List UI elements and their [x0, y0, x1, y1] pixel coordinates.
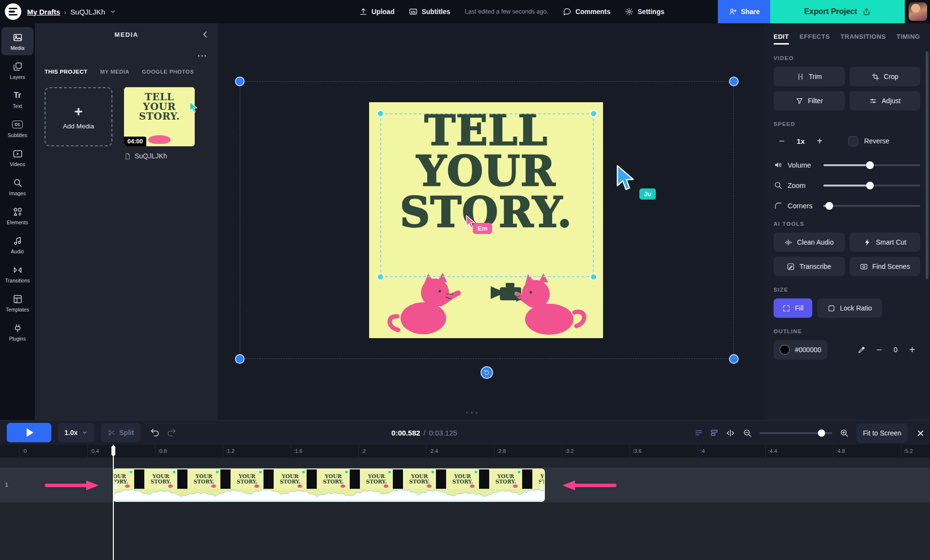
slider-knob[interactable]: [825, 202, 833, 210]
media-tab-this-project[interactable]: THIS PROJECT: [45, 69, 88, 75]
resize-handle-top-left[interactable]: [377, 110, 384, 117]
find-scenes-button[interactable]: Find Scenes: [850, 257, 921, 276]
media-tabs: THIS PROJECTMY MEDIAGOOGLE PHOTOS: [35, 63, 218, 75]
redo-icon[interactable]: [167, 428, 176, 437]
canvas-handle-top-right[interactable]: [729, 77, 739, 86]
comments-button[interactable]: Comments: [563, 7, 610, 16]
sidebar-item-media[interactable]: Media: [1, 27, 33, 55]
ruler-tick-label: :2.4: [429, 448, 438, 454]
sidebar-item-videos[interactable]: Videos: [1, 143, 33, 171]
media-tab-google-photos[interactable]: GOOGLE PHOTOS: [142, 69, 194, 75]
outline-increase-button[interactable]: +: [904, 342, 920, 358]
collapse-panel-icon[interactable]: [201, 30, 210, 39]
outline-color-picker[interactable]: #000000: [774, 340, 827, 359]
corners-slider[interactable]: [823, 205, 920, 207]
rotate-handle[interactable]: [480, 366, 493, 379]
sidebar-item-templates[interactable]: Templates: [1, 289, 33, 317]
media-item[interactable]: TELLYOURSTORY. 04:00 SuQJLJKh: [124, 87, 195, 160]
filter-icon: [795, 97, 804, 105]
undo-icon[interactable]: [150, 428, 160, 437]
resize-handle-top-right[interactable]: [590, 110, 597, 117]
add-media-button[interactable]: + Add Media: [45, 87, 112, 146]
fill-label: Fill: [795, 304, 804, 312]
transcribe-button[interactable]: Transcribe: [774, 257, 845, 276]
filter-button[interactable]: Filter: [774, 91, 845, 110]
tab-timing[interactable]: TIMING: [897, 33, 920, 45]
playback-speed-dropdown[interactable]: 1.0x: [58, 423, 94, 442]
close-timeline-icon[interactable]: ×: [917, 427, 924, 439]
lock-ratio-label: Lock Ratio: [840, 304, 872, 312]
user-avatar[interactable]: [909, 2, 927, 21]
sidebar-item-transitions[interactable]: Transitions: [1, 260, 33, 288]
breadcrumb-my-drafts[interactable]: My Drafts: [27, 8, 60, 16]
timeline-ruler[interactable]: :0:0.4:0.8:1.2:1.6:2:2.4:2.8:3.2:3.6:4:4…: [0, 445, 930, 458]
speed-decrease-button[interactable]: −: [774, 133, 790, 149]
expand-clip-icon[interactable]: [726, 428, 735, 438]
canvas-handle-top-left[interactable]: [235, 77, 245, 86]
playhead[interactable]: [111, 445, 115, 560]
upload-button[interactable]: Upload: [359, 7, 394, 16]
reverse-checkbox[interactable]: [848, 136, 858, 146]
subtitles-button[interactable]: Subtitles: [409, 7, 450, 16]
settings-button[interactable]: Settings: [625, 7, 664, 16]
timeline-rows-icon[interactable]: [695, 429, 703, 437]
app-logo[interactable]: [5, 3, 21, 20]
slider-fill: [823, 164, 870, 166]
resize-handle-bottom-left[interactable]: [377, 273, 384, 280]
media-item-thumbnail[interactable]: TELLYOURSTORY. 04:00: [124, 87, 195, 146]
timeline-zoom-slider[interactable]: [760, 432, 832, 434]
breadcrumb-project-name[interactable]: SuQJLJKh: [70, 8, 105, 16]
chevron-down-icon[interactable]: [109, 8, 117, 16]
zoom-in-icon[interactable]: [839, 428, 849, 438]
tab-effects[interactable]: EFFECTS: [800, 33, 830, 45]
sidebar-item-images[interactable]: Images: [1, 172, 33, 201]
canvas-area[interactable]: TELLYOURSTORY.: [218, 23, 764, 420]
trim-handle-right[interactable]: [541, 482, 542, 489]
sidebar-item-text[interactable]: TrText: [1, 85, 33, 113]
fill-button[interactable]: Fill: [774, 298, 812, 318]
outline-decrease-button[interactable]: −: [871, 342, 887, 358]
canvas-resize-dots[interactable]: [466, 412, 478, 414]
crop-button[interactable]: Crop: [850, 67, 921, 86]
media-tab-my-media[interactable]: MY MEDIA: [100, 69, 130, 75]
sidebar-item-subtitles[interactable]: ccSubtitles: [1, 114, 33, 142]
export-project-button[interactable]: Export Project: [770, 0, 905, 23]
sidebar-item-plugins[interactable]: Plugins: [1, 318, 33, 346]
slider-knob[interactable]: [866, 182, 874, 189]
timeline-zoom-knob[interactable]: [818, 429, 825, 436]
video-layer[interactable]: TELLYOURSTORY.: [369, 102, 603, 338]
volume-slider[interactable]: [823, 164, 920, 166]
lock-ratio-button[interactable]: Lock Ratio: [817, 298, 882, 318]
smart-cut-icon: [863, 238, 871, 247]
split-button[interactable]: Split: [101, 423, 140, 442]
share-button[interactable]: Share: [718, 0, 770, 23]
adjust-button[interactable]: Adjust: [850, 91, 921, 110]
fit-to-screen-button[interactable]: Fit to Screen: [856, 423, 907, 443]
timeline-clip[interactable]: YOURSTORY.YOURSTORY.YOURSTORY.YOURSTORY.…: [113, 468, 545, 502]
corners-icon: [774, 201, 783, 210]
trim-handle-left[interactable]: [115, 482, 117, 489]
resize-handle-bottom-right[interactable]: [590, 273, 597, 280]
overflow-menu-icon[interactable]: ⋯: [35, 51, 218, 63]
trim-button[interactable]: Trim: [774, 67, 845, 86]
play-button[interactable]: [7, 423, 51, 442]
tab-edit[interactable]: EDIT: [774, 33, 789, 45]
sidebar-item-audio[interactable]: Audio: [1, 231, 33, 259]
settings-label: Settings: [637, 8, 664, 16]
clean-audio-button[interactable]: Clean Audio: [774, 233, 845, 252]
sidebar-item-layers[interactable]: Layers: [1, 56, 33, 84]
canvas-handle-bottom-right[interactable]: [729, 354, 739, 364]
tab-transitions[interactable]: TRANSITIONS: [840, 33, 886, 45]
zoom-out-icon[interactable]: [743, 428, 752, 438]
slider-knob[interactable]: [866, 161, 874, 169]
playhead-handle[interactable]: [111, 446, 115, 456]
play-icon: [27, 428, 33, 437]
zoom-slider[interactable]: [823, 185, 920, 187]
eyedropper-button[interactable]: [853, 342, 870, 358]
speed-increase-button[interactable]: +: [811, 133, 828, 149]
timeline-layers-icon[interactable]: [710, 429, 718, 437]
canvas-handle-bottom-left[interactable]: [235, 354, 245, 364]
smart-cut-button[interactable]: Smart Cut: [850, 233, 921, 252]
sidebar-item-elements[interactable]: Elements: [1, 202, 33, 230]
scrollbar[interactable]: [926, 51, 929, 279]
